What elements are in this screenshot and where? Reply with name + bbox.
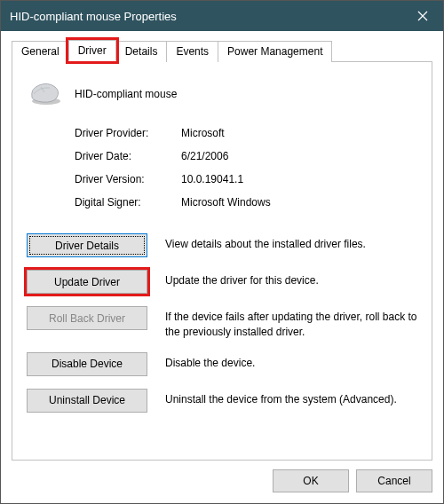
- tab-general[interactable]: General: [12, 41, 69, 62]
- roll-back-driver-button: Roll Back Driver: [27, 306, 147, 330]
- action-description: View details about the installed driver …: [165, 233, 417, 252]
- action-row: Update Driver Update the driver for this…: [27, 270, 417, 294]
- content-area: General Driver Details Events Power Mana…: [1, 31, 443, 461]
- update-driver-button[interactable]: Update Driver: [27, 270, 147, 294]
- mouse-icon: [27, 78, 62, 109]
- info-label: Driver Version:: [75, 173, 181, 185]
- window-title: HID-compliant mouse Properties: [10, 10, 177, 23]
- cancel-button[interactable]: Cancel: [356, 469, 432, 492]
- ok-button[interactable]: OK: [273, 469, 349, 492]
- tab-panel-driver: HID-compliant mouse Driver Provider: Mic…: [12, 61, 432, 461]
- close-icon: [417, 11, 428, 21]
- uninstall-device-button[interactable]: Uninstall Device: [27, 389, 147, 413]
- tab-label: General: [21, 45, 59, 58]
- action-row: Driver Details View details about the in…: [27, 233, 417, 257]
- tab-driver[interactable]: Driver: [68, 40, 116, 61]
- info-value: 10.0.19041.1: [181, 173, 417, 185]
- tab-label: Details: [125, 45, 158, 58]
- action-description: Update the driver for this device.: [165, 270, 417, 288]
- close-button[interactable]: [402, 1, 443, 31]
- disable-device-button[interactable]: Disable Device: [27, 352, 147, 376]
- tab-strip: General Driver Details Events Power Mana…: [12, 40, 432, 61]
- titlebar: HID-compliant mouse Properties: [1, 1, 443, 31]
- action-description: If the device fails after updating the d…: [165, 306, 417, 340]
- driver-info: Driver Provider: Microsoft Driver Date: …: [75, 127, 417, 209]
- action-row: Uninstall Device Uninstall the device fr…: [27, 389, 417, 413]
- tab-events[interactable]: Events: [166, 41, 218, 62]
- action-description: Uninstall the device from the system (Ad…: [165, 389, 417, 407]
- info-label: Driver Provider:: [75, 127, 181, 139]
- dialog-footer: OK Cancel: [1, 461, 443, 503]
- device-header: HID-compliant mouse: [27, 78, 417, 109]
- action-row: Disable Device Disable the device.: [27, 352, 417, 376]
- tab-label: Driver: [78, 44, 107, 57]
- info-value: Microsoft: [181, 127, 417, 139]
- info-label: Driver Date:: [75, 150, 181, 162]
- tab-label: Events: [176, 45, 209, 58]
- driver-details-button[interactable]: Driver Details: [27, 233, 147, 257]
- action-description: Disable the device.: [165, 352, 417, 371]
- tab-label: Power Management: [227, 45, 322, 58]
- info-label: Digital Signer:: [75, 196, 181, 209]
- tab-power-management[interactable]: Power Management: [218, 41, 332, 62]
- info-value: 6/21/2006: [181, 150, 417, 162]
- tab-details[interactable]: Details: [115, 41, 168, 62]
- action-row: Roll Back Driver If the device fails aft…: [27, 306, 417, 340]
- device-name: HID-compliant mouse: [75, 88, 177, 100]
- info-value: Microsoft Windows: [181, 196, 417, 209]
